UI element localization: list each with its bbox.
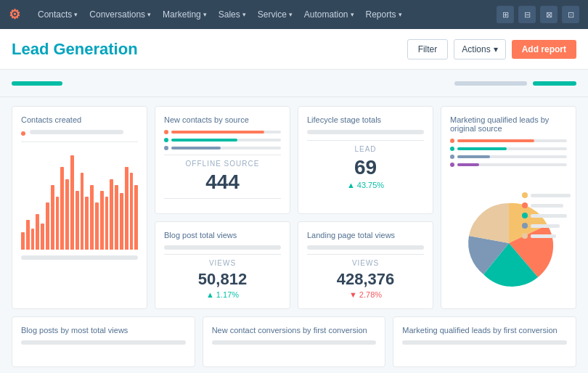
mql-row-3 xyxy=(450,155,567,159)
legend-dot-3 xyxy=(522,213,528,218)
skeleton-bar xyxy=(307,130,424,134)
metric-label: LEAD xyxy=(307,145,424,153)
bar-item xyxy=(41,224,44,250)
nav-icon-4[interactable]: ⊡ xyxy=(562,6,579,23)
metric-label: VIEWS xyxy=(307,259,424,267)
source-bar-fill-3 xyxy=(171,147,221,149)
bar-item xyxy=(51,185,54,250)
bar-item xyxy=(65,179,69,250)
mql-bar-bg-2 xyxy=(457,147,567,150)
mql-bar-bg-1 xyxy=(457,139,567,142)
bar-item xyxy=(115,185,118,250)
filter-bar xyxy=(0,70,588,97)
landing-views-card: Landing page total views VIEWS 428,376 ▼… xyxy=(298,221,433,310)
source-row-1 xyxy=(164,130,281,134)
contacts-skeleton xyxy=(21,130,138,137)
new-contact-conversions-card: New contact conversions by first convers… xyxy=(203,316,386,367)
nav-icon-3[interactable]: ⊠ xyxy=(540,6,558,23)
dot-indicator xyxy=(21,131,25,136)
pie-chart-container xyxy=(450,171,567,316)
bar-item xyxy=(85,197,89,250)
legend-label-5 xyxy=(531,234,556,238)
mql-first-conversion-card: Marketing qualified leads by first conve… xyxy=(393,316,576,367)
legend-dot-2 xyxy=(522,202,528,208)
source-row-3 xyxy=(164,146,281,150)
bottom-skeleton xyxy=(402,340,567,345)
chevron-down-icon: ▾ xyxy=(147,11,151,18)
source-bar-bg-3 xyxy=(171,147,281,149)
mql-dot-4 xyxy=(450,163,454,167)
legend-label-4 xyxy=(531,224,560,228)
nav-reports[interactable]: Reports ▾ xyxy=(366,9,402,20)
chevron-down-icon: ▾ xyxy=(399,11,402,18)
divider xyxy=(21,142,138,142)
bar-item xyxy=(105,197,109,250)
mql-bar-fill-3 xyxy=(457,155,490,158)
main-content: Contacts created New contacts by source xyxy=(0,97,588,373)
new-contacts-title: New contacts by source xyxy=(164,115,281,124)
lifecycle-title: Lifecycle stage totals xyxy=(307,115,424,124)
metric-change: ▼ 2.78% xyxy=(307,290,424,299)
mql-dot-1 xyxy=(450,139,454,143)
mql-bar-bg-4 xyxy=(457,163,567,166)
mql-source-bars xyxy=(450,139,567,167)
divider xyxy=(164,254,281,255)
blog-most-views-card: Blog posts by most total views xyxy=(12,316,195,367)
chevron-down-icon: ▾ xyxy=(74,11,78,18)
nav-conversations[interactable]: Conversations ▾ xyxy=(89,9,151,20)
legend-item-2 xyxy=(522,202,571,208)
new-contacts-source-card: New contacts by source xyxy=(155,106,290,214)
legend-label-3 xyxy=(531,214,567,218)
nav-service[interactable]: Service ▾ xyxy=(258,9,293,20)
chevron-down-icon: ▾ xyxy=(289,11,293,18)
legend-item-4 xyxy=(522,223,571,229)
source-bar-bg-2 xyxy=(171,139,281,142)
header-actions: Filter Actions ▾ Add report xyxy=(407,39,576,60)
chevron-down-icon: ▾ xyxy=(351,11,354,18)
blog-most-views-title: Blog posts by most total views xyxy=(21,326,186,335)
mql-source-card: Marketing qualified leads by original so… xyxy=(441,106,576,309)
source-dot-2 xyxy=(164,138,168,142)
dashboard-grid: Contacts created New contacts by source xyxy=(12,106,576,309)
bar-item xyxy=(90,185,94,250)
chevron-down-icon: ▾ xyxy=(494,44,498,54)
legend-dot-5 xyxy=(522,233,528,239)
bar-item xyxy=(110,179,113,250)
bar-item xyxy=(36,214,39,250)
nav-sales[interactable]: Sales ▾ xyxy=(219,9,246,20)
arrow-down-icon: ▼ xyxy=(349,290,357,299)
actions-button[interactable]: Actions ▾ xyxy=(454,39,505,60)
x-axis-bar xyxy=(21,255,138,260)
bar-item xyxy=(56,197,60,250)
bar-item xyxy=(134,185,138,250)
nav-marketing[interactable]: Marketing ▾ xyxy=(163,9,207,20)
divider-bottom xyxy=(164,198,281,199)
skeleton-bar xyxy=(307,245,424,250)
bar-item xyxy=(70,155,74,250)
filter-pill-active xyxy=(12,81,62,86)
chevron-down-icon: ▾ xyxy=(203,11,207,18)
nav-icon-1[interactable]: ⊞ xyxy=(497,6,514,23)
bottom-skeleton xyxy=(212,340,377,345)
new-contact-conversions-title: New contact conversions by first convers… xyxy=(212,326,377,335)
hubspot-logo[interactable]: ⚙ xyxy=(9,7,20,22)
chevron-down-icon: ▾ xyxy=(242,11,246,18)
mql-first-conversion-title: Marketing qualified leads by first conve… xyxy=(402,326,567,335)
mql-bar-fill-4 xyxy=(457,163,479,166)
nav-contacts[interactable]: Contacts ▾ xyxy=(38,9,78,20)
bar-item xyxy=(100,191,104,250)
divider xyxy=(307,254,424,255)
blog-views-card: Blog post total views VIEWS 50,812 ▲ 1.1… xyxy=(155,221,290,310)
bottom-skeleton xyxy=(21,340,186,345)
add-report-button[interactable]: Add report xyxy=(512,40,576,59)
metric-value: 50,812 xyxy=(164,270,281,289)
metric-value: 69 xyxy=(307,156,424,179)
metric-label: VIEWS xyxy=(164,259,281,267)
divider xyxy=(164,155,281,155)
mql-title: Marketing qualified leads by original so… xyxy=(450,115,567,133)
filter-button[interactable]: Filter xyxy=(407,39,449,60)
nav-icon-2[interactable]: ⊟ xyxy=(518,6,536,23)
mql-row-1 xyxy=(450,139,567,143)
nav-automation[interactable]: Automation ▾ xyxy=(304,9,354,20)
metric-change: ▲ 43.75% xyxy=(307,181,424,189)
